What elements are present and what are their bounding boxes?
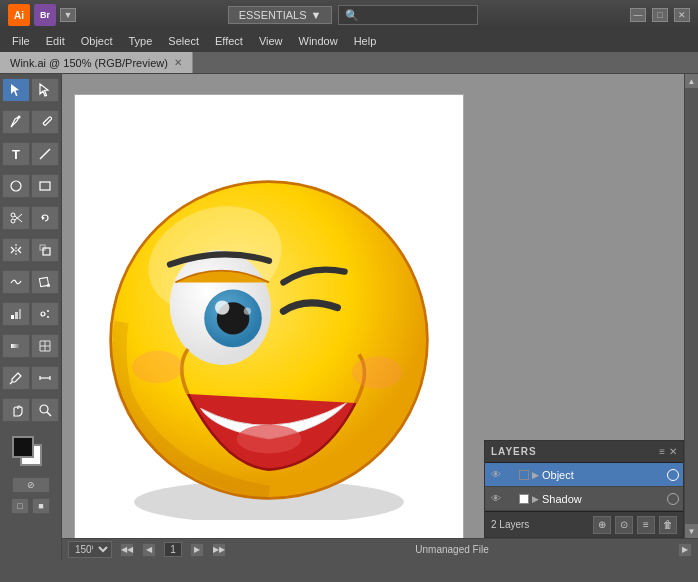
menu-window[interactable]: Window	[291, 33, 346, 49]
layer-expand-icon-2[interactable]: ▶	[532, 494, 539, 504]
pen-tool[interactable]	[2, 110, 30, 134]
layers-header-icons: ≡ ✕	[659, 446, 677, 457]
menu-select[interactable]: Select	[160, 33, 207, 49]
layer-comp-btn[interactable]: ⊙	[615, 516, 633, 534]
layer-make-clipping-btn[interactable]: ⊕	[593, 516, 611, 534]
next-page-btn[interactable]: ▶	[190, 543, 204, 557]
eyedropper-tool[interactable]	[2, 366, 30, 390]
dropdown-btn[interactable]: ▼	[60, 8, 76, 22]
svg-point-28	[40, 405, 48, 413]
tab-bar: Wink.ai @ 150% (RGB/Preview) ✕	[0, 52, 698, 74]
zoom-selector[interactable]: 150% 100% 200%	[68, 541, 112, 558]
tool-row-1	[2, 78, 59, 102]
line-tool[interactable]	[31, 142, 59, 166]
rect-tool[interactable]	[31, 174, 59, 198]
artwork-container	[75, 96, 463, 560]
close-button[interactable]: ✕	[674, 8, 690, 22]
scroll-up-arrow[interactable]: ▲	[685, 74, 699, 88]
menu-file[interactable]: File	[4, 33, 38, 49]
foreground-color-swatch[interactable]	[12, 436, 34, 458]
symbol-tool[interactable]	[31, 302, 59, 326]
type-tool[interactable]: T	[2, 142, 30, 166]
layer-name: Object	[542, 469, 664, 481]
menu-effect[interactable]: Effect	[207, 33, 251, 49]
page-number: 1	[164, 542, 182, 557]
full-mode-btn[interactable]: ■	[32, 498, 50, 514]
maximize-button[interactable]: □	[652, 8, 668, 22]
layer-expand-icon[interactable]: ▶	[532, 470, 539, 480]
file-status: Unmanaged File	[234, 544, 670, 555]
tab-close-button[interactable]: ✕	[174, 57, 182, 68]
mesh-tool[interactable]	[31, 334, 59, 358]
svg-line-24	[10, 382, 12, 384]
scale-tool[interactable]	[31, 238, 59, 262]
layers-count: 2 Layers	[491, 519, 589, 530]
layers-menu-icon[interactable]: ≡	[659, 446, 665, 457]
svg-marker-0	[11, 84, 19, 96]
canvas-area: ▲ ▼ LAYERS ≡ ✕ 👁 ▶ Object	[62, 74, 698, 560]
gradient-tool[interactable]	[2, 334, 30, 358]
essentials-label: ESSENTIALS	[239, 9, 307, 21]
svg-rect-3	[43, 116, 52, 125]
warp-tool[interactable]	[2, 270, 30, 294]
menu-type[interactable]: Type	[121, 33, 161, 49]
layer-new-btn[interactable]: ≡	[637, 516, 655, 534]
tool-row-5	[2, 206, 59, 230]
menu-edit[interactable]: Edit	[38, 33, 73, 49]
tool-row-11	[2, 398, 59, 422]
scissors-tool[interactable]	[2, 206, 30, 230]
graph-tool[interactable]	[2, 302, 30, 326]
layer-visibility-icon-2[interactable]: 👁	[489, 493, 503, 504]
search-input[interactable]	[338, 5, 478, 25]
layer-visibility-icon[interactable]: 👁	[489, 469, 503, 480]
reflect-tool[interactable]	[2, 238, 30, 262]
vertical-scrollbar[interactable]: ▲ ▼	[684, 74, 698, 538]
minimize-button[interactable]: —	[630, 8, 646, 22]
menu-help[interactable]: Help	[346, 33, 385, 49]
zoom-tool[interactable]	[31, 398, 59, 422]
layers-panel-title: LAYERS	[491, 446, 537, 457]
pencil-tool[interactable]	[31, 110, 59, 134]
svg-line-4	[40, 149, 50, 159]
svg-point-21	[47, 310, 49, 312]
layers-collapse-icon[interactable]: ✕	[669, 446, 677, 457]
tools-panel: T	[0, 74, 62, 560]
svg-point-2	[18, 116, 21, 119]
direct-selection-tool[interactable]	[31, 78, 59, 102]
selection-tool[interactable]	[2, 78, 30, 102]
layer-target-dot-2[interactable]	[667, 493, 679, 505]
prev-page-arrow[interactable]: ◀◀	[120, 543, 134, 557]
hand-tool[interactable]	[2, 398, 30, 422]
rotate-tool[interactable]	[31, 206, 59, 230]
svg-rect-18	[15, 312, 18, 319]
layer-target-dot[interactable]	[667, 469, 679, 481]
ellipse-tool[interactable]	[2, 174, 30, 198]
layers-panel-header: LAYERS ≡ ✕	[485, 441, 683, 463]
scroll-track[interactable]	[685, 88, 699, 524]
color-boxes[interactable]	[12, 436, 50, 468]
none-mode-btn[interactable]: ⊘	[12, 477, 50, 493]
tool-row-3: T	[2, 142, 59, 166]
scroll-down-arrow[interactable]: ▼	[685, 524, 699, 538]
document-tab[interactable]: Wink.ai @ 150% (RGB/Preview) ✕	[0, 52, 193, 73]
status-arrow-btn[interactable]: ▶	[678, 543, 692, 557]
layer-row-object[interactable]: 👁 ▶ Object	[485, 463, 683, 487]
view-mode-btns: □ ■	[2, 496, 59, 516]
svg-line-29	[47, 412, 51, 416]
tool-row-4	[2, 174, 59, 198]
measure-tool[interactable]	[31, 366, 59, 390]
tool-row-8	[2, 302, 59, 326]
layers-panel-footer: 2 Layers ⊕ ⊙ ≡ 🗑	[485, 511, 683, 537]
layer-delete-btn[interactable]: 🗑	[659, 516, 677, 534]
svg-point-8	[11, 219, 15, 223]
prev-page-btn[interactable]: ◀	[142, 543, 156, 557]
menu-view[interactable]: View	[251, 33, 291, 49]
essentials-chevron: ▼	[310, 9, 321, 21]
essentials-button[interactable]: ESSENTIALS ▼	[228, 6, 333, 24]
layers-panel: LAYERS ≡ ✕ 👁 ▶ Object 👁 ▶ Sh	[484, 440, 684, 538]
layer-row-shadow[interactable]: 👁 ▶ Shadow	[485, 487, 683, 511]
free-transform-tool[interactable]	[31, 270, 59, 294]
next-page-arrow[interactable]: ▶▶	[212, 543, 226, 557]
menu-object[interactable]: Object	[73, 33, 121, 49]
normal-mode-btn[interactable]: □	[11, 498, 29, 514]
